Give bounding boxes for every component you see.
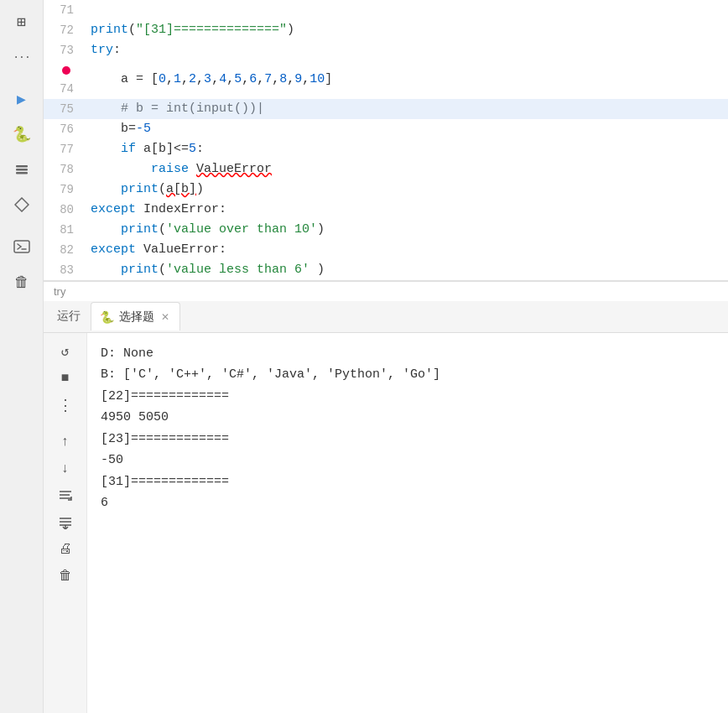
refresh-icon[interactable]: ↺	[52, 340, 79, 363]
list-item: [22]=============	[101, 386, 715, 408]
grid-icon[interactable]: ⊞	[7, 7, 37, 37]
list-item: 4950 5050	[101, 407, 715, 429]
table-row: 78 raise ValueError	[44, 159, 728, 180]
table-row: 80 except IndexError:	[44, 200, 728, 220]
list-item: -50	[101, 450, 715, 471]
list-item: [31]=============	[101, 471, 715, 493]
list-item: [23]=============	[101, 429, 715, 450]
python-icon[interactable]: 🐍	[7, 119, 37, 149]
line-number: 80	[44, 200, 84, 220]
code-editor[interactable]: 71 72 print("[31]==============") 73 try…	[44, 0, 728, 281]
table-row: 74 a = [0,1,2,3,4,5,6,7,8,9,10]	[44, 60, 728, 99]
line-content[interactable]: except ValueError:	[84, 240, 728, 260]
print-icon[interactable]: 🖨	[52, 538, 79, 561]
line-content[interactable]: print('value less than 6' )	[84, 260, 728, 280]
breadcrumb-text: try	[54, 285, 65, 298]
table-row: 83 print('value less than 6' )	[44, 260, 728, 280]
layers-icon[interactable]	[7, 154, 37, 185]
list-item: B: ['C', 'C++', 'C#', 'Java', 'Python', …	[101, 364, 715, 386]
table-row: 82 except ValueError:	[44, 240, 728, 260]
svg-marker-3	[15, 198, 29, 211]
scroll-up-icon[interactable]: ↑	[52, 430, 79, 454]
table-row: 72 print("[31]==============")	[44, 20, 728, 40]
tab-xuanze[interactable]: 🐍 选择题 ✕	[91, 302, 180, 330]
line-number: 74	[44, 60, 84, 99]
line-number: 83	[44, 260, 84, 280]
more-options-icon[interactable]: ⋮	[52, 393, 79, 417]
code-table: 71 72 print("[31]==============") 73 try…	[44, 0, 728, 280]
svg-rect-1	[16, 169, 28, 171]
terminal-icon[interactable]	[7, 232, 37, 262]
main-area: 71 72 print("[31]==============") 73 try…	[44, 0, 728, 713]
scroll-bottom-icon[interactable]	[52, 511, 79, 534]
svg-rect-2	[16, 172, 28, 174]
trash-icon[interactable]: 🗑	[52, 565, 79, 588]
table-row: 75 # b = int(input())|	[44, 99, 728, 119]
table-row: 71	[44, 0, 728, 20]
list-item: 6	[101, 492, 715, 514]
run-label: 运行	[50, 309, 87, 324]
output-toolbar: ↺ ■ ⋮ ↑ ↓	[44, 333, 87, 713]
line-content[interactable]: # b = int(input())|	[84, 99, 728, 119]
line-number: 76	[44, 119, 84, 139]
tab-bar: 运行 🐍 选择题 ✕	[44, 301, 728, 333]
line-number: 81	[44, 220, 84, 240]
line-content[interactable]: b=-5	[84, 119, 728, 139]
line-number: 75	[44, 99, 84, 119]
output-area: ↺ ■ ⋮ ↑ ↓	[44, 333, 728, 713]
scroll-down-icon[interactable]: ↓	[52, 457, 79, 481]
run-icon[interactable]: ▶	[7, 84, 37, 114]
line-number: 77	[44, 139, 84, 159]
breadcrumb: try	[44, 281, 728, 301]
svg-rect-0	[16, 165, 28, 168]
diamond-icon[interactable]	[7, 190, 37, 220]
line-number: 71	[44, 0, 84, 20]
table-row: 79 print(a[b])	[44, 180, 728, 200]
line-content[interactable]: print('value over than 10')	[84, 220, 728, 240]
line-number: 72	[44, 20, 84, 40]
list-item: D: None	[101, 343, 715, 365]
table-row: 81 print('value over than 10')	[44, 220, 728, 240]
line-content[interactable]	[84, 0, 728, 20]
dots-menu-icon[interactable]: ···	[7, 42, 37, 72]
left-sidebar: ⊞ ··· ▶ 🐍 🗑	[0, 0, 44, 713]
line-content[interactable]: except IndexError:	[84, 200, 728, 220]
table-row: 77 if a[b]<=5:	[44, 139, 728, 159]
line-number: 79	[44, 180, 84, 200]
tab-label: 选择题	[119, 310, 154, 325]
line-content[interactable]: print(a[b])	[84, 180, 728, 200]
line-number: 82	[44, 240, 84, 260]
output-content: D: None B: ['C', 'C++', 'C#', 'Java', 'P…	[87, 333, 728, 713]
line-number: 73	[44, 40, 84, 60]
line-number: 78	[44, 159, 84, 180]
line-content[interactable]: raise ValueError	[84, 159, 728, 180]
tab-close-button[interactable]: ✕	[159, 310, 171, 324]
trash-icon[interactable]: 🗑	[7, 267, 37, 297]
table-row: 73 try:	[44, 40, 728, 60]
table-row: 76 b=-5	[44, 119, 728, 139]
wrap-icon[interactable]	[52, 484, 79, 507]
line-content[interactable]: if a[b]<=5:	[84, 139, 728, 159]
stop-icon[interactable]: ■	[52, 367, 79, 390]
line-content[interactable]: a = [0,1,2,3,4,5,6,7,8,9,10]	[84, 60, 728, 99]
python-tab-icon: 🐍	[100, 310, 114, 324]
line-content[interactable]: print("[31]==============")	[84, 20, 728, 40]
line-content[interactable]: try:	[84, 40, 728, 60]
